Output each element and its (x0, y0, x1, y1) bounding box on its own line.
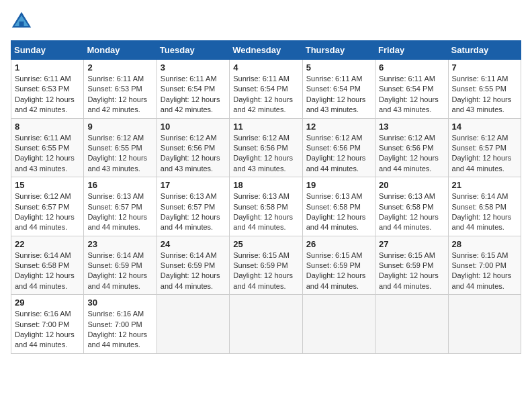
calendar-table: SundayMondayTuesdayWednesdayThursdayFrid… (11, 40, 521, 354)
sunset: Sunset: 6:57 PM (87, 202, 152, 212)
day-number: 11 (233, 122, 298, 132)
sunset: Sunset: 6:57 PM (452, 143, 517, 153)
daylight: Daylight: 12 hours and 42 minutes. (233, 95, 298, 116)
day-number: 3 (161, 62, 226, 73)
logo-icon (11, 11, 32, 32)
day-number: 4 (233, 62, 298, 73)
sunset: Sunset: 6:59 PM (379, 261, 444, 271)
day-number: 16 (87, 180, 152, 190)
sunrise: Sunrise: 6:12 AM (15, 191, 80, 201)
day-number: 1 (15, 62, 80, 73)
calendar-cell: 7 Sunrise: 6:11 AM Sunset: 6:55 PM Dayli… (448, 60, 521, 119)
sunset: Sunset: 6:56 PM (161, 143, 226, 153)
day-info: Sunrise: 6:11 AM Sunset: 6:54 PM Dayligh… (161, 74, 226, 116)
day-number: 29 (15, 298, 80, 308)
daylight: Daylight: 12 hours and 44 minutes. (379, 212, 444, 233)
day-number: 25 (233, 239, 298, 249)
day-number: 13 (379, 122, 444, 132)
calendar-cell: 13 Sunrise: 6:12 AM Sunset: 6:56 PM Dayl… (375, 118, 448, 177)
column-header-tuesday: Tuesday (157, 41, 229, 60)
calendar-cell: 22 Sunrise: 6:14 AM Sunset: 6:58 PM Dayl… (11, 236, 84, 295)
day-number: 5 (306, 62, 371, 73)
day-number: 20 (379, 180, 444, 190)
sunrise: Sunrise: 6:12 AM (379, 133, 444, 143)
column-header-friday: Friday (375, 41, 448, 60)
calendar-cell (302, 295, 375, 354)
page-header (11, 11, 521, 32)
sunset: Sunset: 6:59 PM (306, 261, 371, 271)
daylight: Daylight: 12 hours and 43 minutes. (379, 95, 444, 116)
day-info: Sunrise: 6:15 AM Sunset: 6:59 PM Dayligh… (379, 250, 444, 292)
day-info: Sunrise: 6:16 AM Sunset: 7:00 PM Dayligh… (87, 309, 152, 351)
calendar-week-row: 8 Sunrise: 6:11 AM Sunset: 6:55 PM Dayli… (11, 118, 521, 177)
sunset: Sunset: 7:00 PM (452, 261, 517, 271)
day-number: 7 (452, 62, 517, 73)
calendar-cell: 28 Sunrise: 6:15 AM Sunset: 7:00 PM Dayl… (448, 236, 521, 295)
calendar-cell (448, 295, 521, 354)
day-info: Sunrise: 6:14 AM Sunset: 6:59 PM Dayligh… (161, 250, 226, 292)
day-info: Sunrise: 6:15 AM Sunset: 6:59 PM Dayligh… (306, 250, 371, 292)
logo (11, 11, 35, 32)
sunset: Sunset: 6:54 PM (306, 84, 371, 94)
day-number: 17 (161, 180, 226, 190)
sunset: Sunset: 6:58 PM (306, 202, 371, 212)
sunrise: Sunrise: 6:13 AM (233, 191, 298, 201)
sunrise: Sunrise: 6:11 AM (87, 74, 152, 84)
calendar-cell: 5 Sunrise: 6:11 AM Sunset: 6:54 PM Dayli… (302, 60, 375, 119)
day-info: Sunrise: 6:13 AM Sunset: 6:57 PM Dayligh… (87, 191, 152, 233)
sunset: Sunset: 6:55 PM (452, 84, 517, 94)
daylight: Daylight: 12 hours and 44 minutes. (161, 271, 226, 291)
daylight: Daylight: 12 hours and 44 minutes. (15, 330, 80, 351)
sunrise: Sunrise: 6:11 AM (15, 74, 80, 84)
day-info: Sunrise: 6:12 AM Sunset: 6:57 PM Dayligh… (15, 191, 80, 233)
sunrise: Sunrise: 6:11 AM (161, 74, 226, 84)
sunrise: Sunrise: 6:11 AM (15, 133, 80, 143)
sunset: Sunset: 6:58 PM (452, 202, 517, 212)
day-info: Sunrise: 6:13 AM Sunset: 6:57 PM Dayligh… (161, 191, 226, 233)
sunrise: Sunrise: 6:14 AM (87, 250, 152, 261)
sunrise: Sunrise: 6:14 AM (15, 250, 80, 261)
daylight: Daylight: 12 hours and 42 minutes. (87, 95, 152, 116)
day-info: Sunrise: 6:15 AM Sunset: 6:59 PM Dayligh… (233, 250, 298, 292)
calendar-cell: 6 Sunrise: 6:11 AM Sunset: 6:54 PM Dayli… (375, 60, 448, 119)
sunset: Sunset: 6:55 PM (87, 143, 152, 153)
daylight: Daylight: 12 hours and 44 minutes. (233, 271, 298, 291)
daylight: Daylight: 12 hours and 44 minutes. (87, 212, 152, 233)
sunrise: Sunrise: 6:16 AM (87, 309, 152, 319)
sunset: Sunset: 6:53 PM (87, 84, 152, 94)
sunset: Sunset: 6:57 PM (161, 202, 226, 212)
sunrise: Sunrise: 6:13 AM (161, 191, 226, 201)
day-info: Sunrise: 6:11 AM Sunset: 6:53 PM Dayligh… (87, 74, 152, 116)
sunset: Sunset: 6:58 PM (379, 202, 444, 212)
day-number: 2 (87, 62, 152, 73)
column-header-sunday: Sunday (11, 41, 84, 60)
sunrise: Sunrise: 6:16 AM (15, 309, 80, 319)
daylight: Daylight: 12 hours and 42 minutes. (161, 95, 226, 116)
daylight: Daylight: 12 hours and 43 minutes. (161, 153, 226, 174)
day-info: Sunrise: 6:12 AM Sunset: 6:55 PM Dayligh… (87, 133, 152, 175)
day-info: Sunrise: 6:13 AM Sunset: 6:58 PM Dayligh… (233, 191, 298, 233)
day-info: Sunrise: 6:11 AM Sunset: 6:54 PM Dayligh… (306, 74, 371, 116)
day-info: Sunrise: 6:13 AM Sunset: 6:58 PM Dayligh… (306, 191, 371, 233)
sunset: Sunset: 6:54 PM (161, 84, 226, 94)
calendar-cell: 10 Sunrise: 6:12 AM Sunset: 6:56 PM Dayl… (157, 118, 229, 177)
calendar-cell: 24 Sunrise: 6:14 AM Sunset: 6:59 PM Dayl… (157, 236, 229, 295)
column-header-monday: Monday (84, 41, 157, 60)
day-info: Sunrise: 6:16 AM Sunset: 7:00 PM Dayligh… (15, 309, 80, 351)
day-info: Sunrise: 6:14 AM Sunset: 6:58 PM Dayligh… (452, 191, 517, 233)
sunrise: Sunrise: 6:12 AM (161, 133, 226, 143)
day-info: Sunrise: 6:11 AM Sunset: 6:53 PM Dayligh… (15, 74, 80, 116)
daylight: Daylight: 12 hours and 44 minutes. (87, 330, 152, 351)
daylight: Daylight: 12 hours and 44 minutes. (233, 212, 298, 233)
column-header-saturday: Saturday (448, 41, 521, 60)
daylight: Daylight: 12 hours and 44 minutes. (87, 271, 152, 291)
daylight: Daylight: 12 hours and 43 minutes. (233, 153, 298, 174)
sunrise: Sunrise: 6:12 AM (452, 133, 517, 143)
daylight: Daylight: 12 hours and 44 minutes. (15, 271, 80, 291)
day-number: 9 (87, 122, 152, 132)
calendar-week-row: 1 Sunrise: 6:11 AM Sunset: 6:53 PM Dayli… (11, 60, 521, 119)
daylight: Daylight: 12 hours and 44 minutes. (306, 153, 371, 174)
daylight: Daylight: 12 hours and 42 minutes. (15, 95, 80, 116)
calendar-cell: 20 Sunrise: 6:13 AM Sunset: 6:58 PM Dayl… (375, 177, 448, 236)
calendar-week-row: 15 Sunrise: 6:12 AM Sunset: 6:57 PM Dayl… (11, 177, 521, 236)
